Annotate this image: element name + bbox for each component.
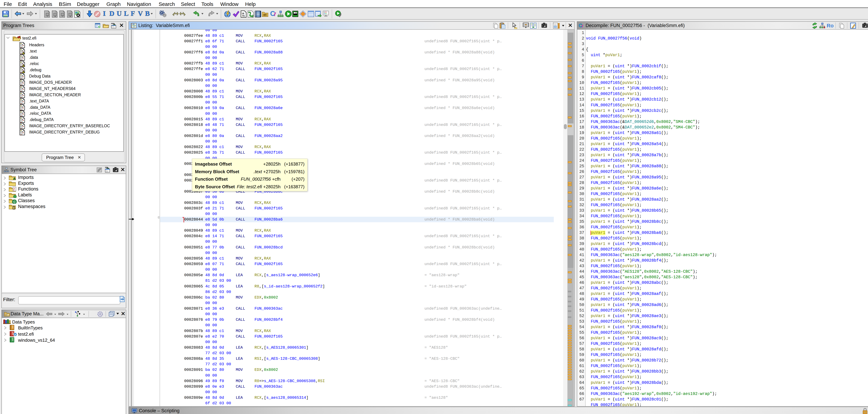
svg-text:10: 10 <box>242 12 244 15</box>
svg-text:DT: DT <box>5 314 8 316</box>
svg-text:DT: DT <box>264 14 266 16</box>
svg-text:{}: {} <box>12 205 16 210</box>
svg-text:01: 01 <box>242 14 245 17</box>
svg-text:C: C <box>13 200 16 204</box>
